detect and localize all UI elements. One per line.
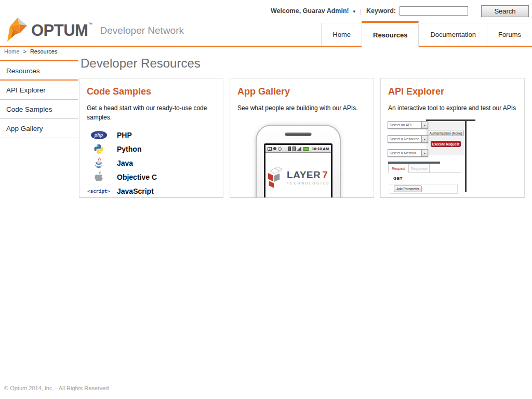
- trademark-symbol: ™: [88, 22, 92, 27]
- tabs-rule: [430, 172, 461, 173]
- tab-response[interactable]: Response: [409, 164, 430, 173]
- phone-screen: 1 10:10 AM: [264, 143, 332, 198]
- list-item[interactable]: Python: [87, 142, 216, 156]
- tab-documentation[interactable]: Documentation: [419, 23, 486, 46]
- layer7-logo: LAYER 7 TECHNOLOGIES: [265, 166, 331, 188]
- search-button[interactable]: Search: [481, 5, 529, 17]
- tab-resources[interactable]: Resources: [362, 21, 419, 47]
- chevron-down-icon[interactable]: ▼: [421, 122, 428, 128]
- sidebar-item-code-samples[interactable]: Code Samples: [0, 100, 78, 119]
- api-explorer-preview: Select an API... ▼ Select a Resource ...…: [388, 121, 476, 197]
- status-time: 10:10 AM: [312, 147, 329, 151]
- code-samples-card[interactable]: Code Samples Get a head start with our r…: [79, 78, 223, 198]
- java-icon: [87, 157, 111, 169]
- language-label: Python: [117, 145, 141, 153]
- apple-icon: [87, 171, 111, 182]
- execute-request-button[interactable]: Execute Request: [431, 141, 461, 147]
- php-icon: php: [87, 131, 111, 139]
- tab-home[interactable]: Home: [321, 23, 362, 46]
- preview-action-panel: [426, 121, 465, 155]
- list-item[interactable]: Java: [87, 156, 216, 170]
- breadcrumb: Home > Resources: [4, 48, 57, 55]
- topbar-divider: |: [360, 7, 362, 15]
- select-resource-dropdown[interactable]: Select a Resource ... ▼: [388, 135, 428, 143]
- signal-icon: [297, 147, 301, 151]
- layer7-cubes-icon: [267, 166, 285, 188]
- clock-icon: [278, 147, 282, 151]
- python-icon: [87, 144, 111, 154]
- language-label: PHP: [117, 131, 132, 139]
- list-item[interactable]: Objective C: [87, 170, 216, 184]
- chevron-down-icon[interactable]: ▼: [352, 9, 356, 14]
- copyright-text: © Optum 2014, Inc. - All Rights Reserved: [4, 385, 109, 391]
- chevron-down-icon[interactable]: ▼: [421, 136, 428, 142]
- window-icon: 1: [268, 147, 272, 151]
- tab-forums[interactable]: Forums: [487, 23, 532, 46]
- optum-logo-icon: [4, 17, 29, 44]
- phone-earpiece: [285, 132, 312, 136]
- authentication-button[interactable]: Authentication (None): [428, 130, 464, 136]
- battery-charge-icon: [303, 147, 309, 151]
- battery-icon: [288, 147, 291, 151]
- app-gallery-card[interactable]: App Gallery See what people are building…: [230, 78, 374, 198]
- topbar: Welcome, Guarav Admin! ▼ | Keyword: Sear…: [271, 5, 529, 17]
- http-method-label: GET: [393, 176, 403, 181]
- parameters-box: Add Parameter: [390, 184, 458, 194]
- add-parameter-button[interactable]: Add Parameter: [394, 185, 422, 192]
- language-label: Objective C: [117, 173, 157, 181]
- page-title: Developer Resources: [81, 56, 201, 71]
- breadcrumb-home-link[interactable]: Home: [4, 48, 19, 55]
- app-gallery-description: See what people are building with our AP…: [237, 103, 366, 113]
- phone-statusbar: 1 10:10 AM: [265, 145, 331, 153]
- script-icon: <script>: [87, 189, 111, 194]
- select-method-dropdown[interactable]: Select a Method... ▼: [388, 149, 428, 157]
- brand-name: OPTUM: [31, 21, 88, 40]
- select-api-dropdown[interactable]: Select an API... ▼: [388, 121, 428, 129]
- sidebar-item-api-explorer[interactable]: API Explorer: [0, 81, 78, 100]
- tab-request[interactable]: Request: [388, 164, 409, 173]
- site-name: Developer Network: [100, 25, 184, 36]
- app-gallery-title: App Gallery: [237, 86, 366, 97]
- header-accent-rule: [0, 46, 532, 47]
- smartphone-image: 1 10:10 AM: [256, 125, 341, 198]
- chevron-down-icon[interactable]: ▼: [421, 150, 428, 156]
- preview-frame-right: [465, 119, 467, 192]
- language-list: php PHP Python: [87, 128, 216, 198]
- language-label: Java: [117, 159, 133, 167]
- sidebar-item-resources[interactable]: Resources: [0, 61, 78, 81]
- breadcrumb-current: Resources: [30, 48, 58, 55]
- code-samples-description: Get a head start with our ready-to-use c…: [87, 103, 216, 122]
- site-header: OPTUM™ Developer Network: [4, 17, 184, 45]
- resource-cards: Code Samples Get a head start with our r…: [79, 78, 525, 198]
- keyword-input[interactable]: [400, 6, 468, 16]
- contact-icon: [273, 147, 276, 150]
- language-label: JavaScript: [117, 187, 154, 195]
- request-response-tabs: Request Response: [388, 164, 430, 173]
- code-samples-title: Code Samples: [87, 86, 216, 97]
- breadcrumb-separator: >: [23, 48, 26, 55]
- list-item[interactable]: php PHP: [87, 128, 216, 142]
- api-explorer-card[interactable]: API Explorer An interactive tool to expl…: [380, 78, 525, 198]
- layer7-wordmark: LAYER: [287, 169, 321, 181]
- api-explorer-description: An interactive tool to explore and test …: [388, 103, 517, 113]
- list-item[interactable]: <script> JavaScript: [87, 184, 216, 198]
- sidebar-item-app-gallery[interactable]: App Gallery: [0, 119, 78, 138]
- keyword-label: Keyword:: [366, 7, 396, 15]
- welcome-user-menu[interactable]: Welcome, Guarav Admin!: [271, 7, 349, 15]
- sidebar-nav: Resources API Explorer Code Samples App …: [0, 60, 78, 138]
- api-explorer-title: API Explorer: [388, 86, 517, 97]
- sdcard-icon: [292, 147, 296, 151]
- layer7-subtitle: TECHNOLOGIES: [287, 181, 330, 185]
- layer7-number: 7: [322, 169, 328, 181]
- primary-nav: Home Resources Documentation Forums: [321, 23, 532, 46]
